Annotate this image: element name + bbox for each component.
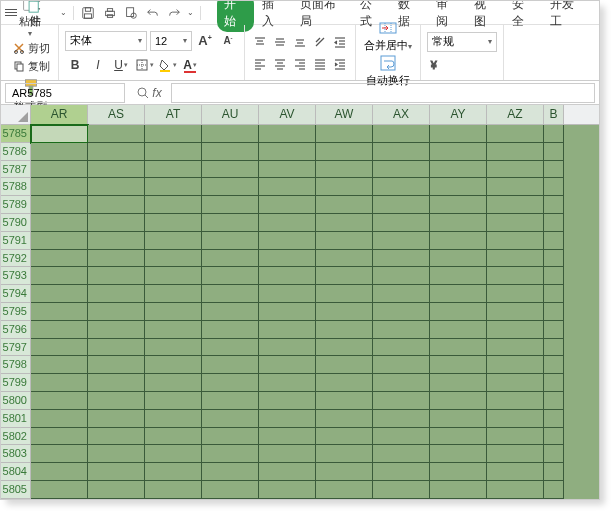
cell[interactable] [373, 232, 430, 250]
number-format-combo[interactable]: 常规▾ [427, 32, 497, 52]
cell[interactable] [145, 196, 202, 214]
cell[interactable] [487, 481, 544, 499]
cell[interactable] [544, 161, 564, 179]
cell[interactable] [259, 463, 316, 481]
increase-indent-button[interactable] [331, 55, 349, 73]
orientation-button[interactable] [311, 33, 329, 51]
cell[interactable] [316, 428, 373, 446]
cell[interactable] [202, 445, 259, 463]
cell[interactable] [373, 214, 430, 232]
cell[interactable] [373, 250, 430, 268]
cell[interactable] [430, 214, 487, 232]
column-header[interactable]: AV [259, 105, 316, 124]
cell[interactable] [544, 445, 564, 463]
cell[interactable] [544, 214, 564, 232]
cell[interactable] [31, 178, 88, 196]
cell[interactable] [88, 321, 145, 339]
cell[interactable] [373, 161, 430, 179]
column-header[interactable]: AY [430, 105, 487, 124]
cell[interactable] [259, 125, 316, 143]
align-bottom-button[interactable] [291, 33, 309, 51]
cell[interactable] [259, 267, 316, 285]
cell[interactable] [430, 161, 487, 179]
cell[interactable] [373, 196, 430, 214]
tab-dev[interactable]: 开发工 [543, 0, 591, 32]
print-preview-icon[interactable] [123, 4, 140, 22]
cut-button[interactable]: 剪切 [11, 40, 52, 57]
cell[interactable] [544, 481, 564, 499]
cell[interactable] [202, 232, 259, 250]
cell[interactable] [373, 178, 430, 196]
cell[interactable] [259, 356, 316, 374]
cell[interactable] [544, 303, 564, 321]
row-header[interactable]: 5791 [1, 232, 30, 250]
fx-icon[interactable]: fx [129, 86, 169, 100]
cell[interactable] [316, 339, 373, 357]
cell[interactable] [544, 356, 564, 374]
cell[interactable] [316, 214, 373, 232]
cell[interactable] [487, 178, 544, 196]
cell[interactable] [430, 374, 487, 392]
cell[interactable] [202, 178, 259, 196]
cell[interactable] [88, 285, 145, 303]
cell[interactable] [544, 392, 564, 410]
cell[interactable] [430, 463, 487, 481]
cell[interactable] [259, 196, 316, 214]
print-icon[interactable] [101, 4, 118, 22]
cell[interactable] [145, 481, 202, 499]
cell[interactable] [544, 410, 564, 428]
cell[interactable] [145, 374, 202, 392]
select-all-corner[interactable] [1, 105, 31, 125]
cell[interactable] [487, 143, 544, 161]
cell[interactable] [202, 196, 259, 214]
row-header[interactable]: 5788 [1, 178, 30, 196]
cell[interactable] [145, 178, 202, 196]
merge-center-button[interactable]: 合并居中▾ [360, 18, 416, 53]
cell[interactable] [202, 285, 259, 303]
underline-button[interactable]: U [111, 55, 131, 75]
cell[interactable] [145, 303, 202, 321]
cell[interactable] [316, 250, 373, 268]
justify-button[interactable] [311, 55, 329, 73]
cell[interactable] [544, 232, 564, 250]
row-header[interactable]: 5790 [1, 214, 30, 232]
cell[interactable] [316, 445, 373, 463]
cell[interactable] [259, 285, 316, 303]
cell[interactable] [259, 428, 316, 446]
cell[interactable] [31, 321, 88, 339]
row-header[interactable]: 5786 [1, 143, 30, 161]
qat-dropdown-icon[interactable]: ⌄ [187, 8, 194, 17]
cell[interactable] [373, 481, 430, 499]
cell[interactable] [88, 392, 145, 410]
cell[interactable] [316, 285, 373, 303]
cell[interactable] [487, 161, 544, 179]
cell[interactable] [373, 374, 430, 392]
cell[interactable] [259, 445, 316, 463]
cell[interactable] [145, 214, 202, 232]
cell[interactable] [373, 410, 430, 428]
cell[interactable] [31, 196, 88, 214]
cell[interactable] [202, 214, 259, 232]
italic-button[interactable]: I [88, 55, 108, 75]
font-name-combo[interactable]: 宋体▾ [65, 31, 147, 51]
cell[interactable] [544, 267, 564, 285]
cell[interactable] [259, 410, 316, 428]
cell[interactable] [88, 339, 145, 357]
cell[interactable] [316, 267, 373, 285]
cell[interactable] [202, 303, 259, 321]
cell[interactable] [202, 410, 259, 428]
cell[interactable] [88, 428, 145, 446]
cell[interactable] [259, 481, 316, 499]
cell[interactable] [544, 428, 564, 446]
cell[interactable] [145, 356, 202, 374]
row-header[interactable]: 5787 [1, 161, 30, 179]
fill-color-button[interactable] [157, 55, 177, 75]
cell[interactable] [31, 303, 88, 321]
column-header[interactable]: AR [31, 105, 88, 124]
cell[interactable] [88, 250, 145, 268]
cell[interactable] [430, 481, 487, 499]
cell[interactable] [31, 463, 88, 481]
cell[interactable] [31, 125, 88, 143]
cell[interactable] [202, 392, 259, 410]
cell[interactable] [373, 339, 430, 357]
